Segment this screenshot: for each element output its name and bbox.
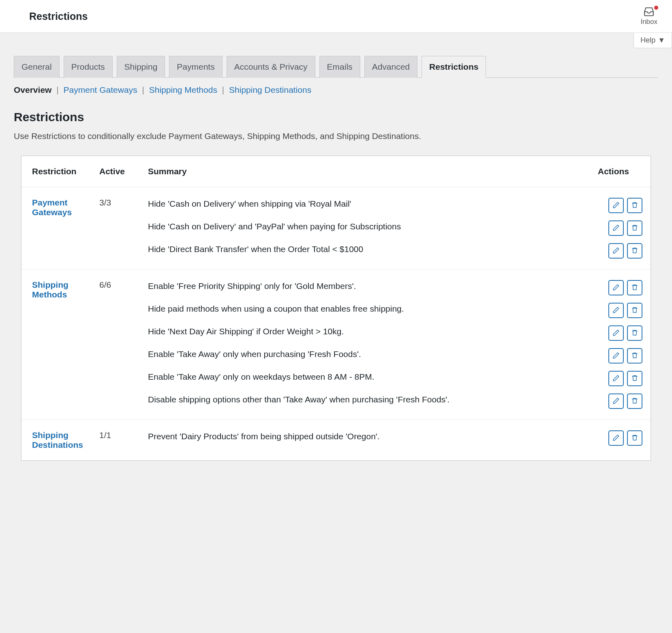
trash-icon [631, 224, 638, 233]
rule-row: Disable shipping options other than 'Tak… [148, 393, 642, 409]
subnav-link-payment-gateways[interactable]: Payment Gateways [64, 85, 137, 94]
rule-row: Hide 'Next Day Air Shipping' if Order We… [148, 325, 642, 341]
page-title: Restrictions [29, 11, 88, 22]
active-count: 1/1 [91, 420, 140, 461]
delete-button[interactable] [627, 371, 642, 386]
rule-summary: Enable 'Take Away' only when purchasing … [148, 348, 600, 360]
rule-row: Enable 'Take Away' only on weekdays betw… [148, 371, 642, 386]
rule-actions [608, 348, 642, 364]
active-count: 3/3 [91, 187, 140, 269]
rule-actions [608, 243, 642, 259]
delete-button[interactable] [627, 303, 642, 318]
restrictions-table: Restriction Active Summary Actions Payme… [21, 156, 651, 460]
subnav-current: Overview [14, 85, 51, 94]
delete-button[interactable] [627, 220, 642, 236]
restriction-group-link[interactable]: Shipping Methods [32, 280, 83, 299]
trash-icon [631, 329, 638, 338]
trash-icon [631, 434, 638, 443]
rule-row: Hide 'Direct Bank Transfer' when the Ord… [148, 243, 642, 259]
restriction-group-link[interactable]: Shipping Destinations [32, 430, 83, 450]
tab-general[interactable]: General [14, 56, 60, 78]
delete-button[interactable] [627, 325, 642, 341]
rule-summary: Hide paid methods when using a coupon th… [148, 303, 600, 315]
active-count: 6/6 [91, 269, 140, 420]
rule-row: Hide paid methods when using a coupon th… [148, 303, 642, 318]
rule-actions [608, 303, 642, 318]
settings-tabs: GeneralProductsShippingPaymentsAccounts … [14, 56, 658, 78]
edit-button[interactable] [608, 220, 624, 236]
col-summary: Summary [140, 156, 590, 187]
tab-payments[interactable]: Payments [169, 56, 222, 78]
subnav-link-shipping-destinations[interactable]: Shipping Destinations [229, 85, 311, 94]
rule-actions [608, 220, 642, 236]
pencil-icon [612, 374, 620, 383]
tab-emails[interactable]: Emails [319, 56, 360, 78]
content-area: GeneralProductsShippingPaymentsAccounts … [0, 56, 672, 475]
col-actions: Actions [590, 156, 651, 187]
rule-summary: Hide 'Next Day Air Shipping' if Order We… [148, 325, 600, 338]
section-intro: Use Restrictions to conditionally exclud… [14, 131, 658, 141]
rule-row: Hide 'Cash on Delivery' when shipping vi… [148, 198, 642, 213]
rule-actions [608, 393, 642, 409]
rule-actions [608, 325, 642, 341]
tab-accounts-privacy[interactable]: Accounts & Privacy [227, 56, 315, 78]
tab-advanced[interactable]: Advanced [364, 56, 417, 78]
rule-summary: Enable 'Take Away' only on weekdays betw… [148, 371, 600, 383]
delete-button[interactable] [627, 393, 642, 409]
inbox-label: Inbox [640, 18, 657, 26]
inbox-button[interactable]: Inbox [640, 6, 657, 26]
pencil-icon [612, 284, 620, 292]
table-row: Shipping Destinations1/1Prevent 'Dairy P… [21, 420, 651, 461]
edit-button[interactable] [608, 198, 624, 213]
help-label: Help [640, 36, 655, 45]
rule-row: Enable 'Take Away' only when purchasing … [148, 348, 642, 364]
rule-row: Hide 'Cash on Delivery' and 'PayPal' whe… [148, 220, 642, 236]
rule-actions [608, 198, 642, 213]
trash-icon [631, 201, 638, 210]
rule-row: Prevent 'Dairy Products' from being ship… [148, 430, 642, 446]
trash-icon [631, 247, 638, 255]
edit-button[interactable] [608, 325, 624, 341]
pencil-icon [612, 397, 620, 406]
tab-products[interactable]: Products [64, 56, 113, 78]
pencil-icon [612, 247, 620, 255]
delete-button[interactable] [627, 430, 642, 446]
edit-button[interactable] [608, 280, 624, 295]
section-heading: Restrictions [14, 110, 658, 124]
pencil-icon [612, 306, 620, 315]
delete-button[interactable] [627, 280, 642, 295]
help-row: Help ▼ [0, 33, 672, 48]
pencil-icon [612, 224, 620, 233]
help-dropdown[interactable]: Help ▼ [633, 33, 672, 48]
delete-button[interactable] [627, 243, 642, 259]
table-row: Payment Gateways3/3Hide 'Cash on Deliver… [21, 187, 651, 269]
rule-row: Enable 'Free Priority Shipping' only for… [148, 280, 642, 295]
trash-icon [631, 397, 638, 406]
pencil-icon [612, 329, 620, 338]
trash-icon [631, 306, 638, 315]
delete-button[interactable] [627, 348, 642, 364]
edit-button[interactable] [608, 430, 624, 446]
rule-summary: Disable shipping options other than 'Tak… [148, 393, 600, 406]
edit-button[interactable] [608, 393, 624, 409]
col-restriction: Restriction [21, 156, 91, 187]
edit-button[interactable] [608, 371, 624, 386]
restriction-group-link[interactable]: Payment Gateways [32, 198, 83, 217]
pencil-icon [612, 434, 620, 443]
rule-summary: Hide 'Cash on Delivery' and 'PayPal' whe… [148, 220, 600, 233]
tab-shipping[interactable]: Shipping [117, 56, 165, 78]
sub-navigation: Overview | Payment Gateways | Shipping M… [14, 78, 658, 99]
edit-button[interactable] [608, 348, 624, 364]
rule-summary: Hide 'Cash on Delivery' when shipping vi… [148, 198, 600, 210]
rule-summary: Hide 'Direct Bank Transfer' when the Ord… [148, 243, 600, 255]
subnav-link-shipping-methods[interactable]: Shipping Methods [149, 85, 217, 94]
restrictions-table-wrap: Restriction Active Summary Actions Payme… [21, 156, 651, 461]
edit-button[interactable] [608, 303, 624, 318]
trash-icon [631, 352, 638, 360]
tab-restrictions[interactable]: Restrictions [422, 56, 486, 78]
delete-button[interactable] [627, 198, 642, 213]
notification-dot [654, 6, 658, 10]
edit-button[interactable] [608, 243, 624, 259]
rule-actions [608, 430, 642, 446]
top-bar: Restrictions Inbox [0, 0, 672, 33]
